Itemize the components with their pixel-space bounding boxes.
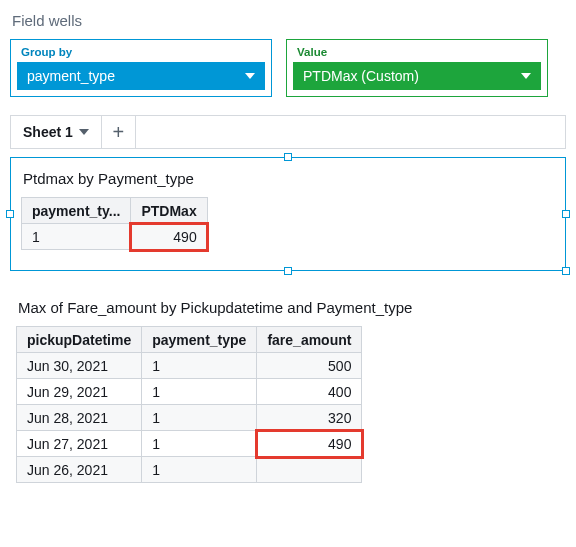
table-cell: 400 [257,379,362,405]
table-row: Jun 30, 20211500 [17,353,362,379]
resize-handle-left[interactable] [6,210,14,218]
sheet-tabs: Sheet 1 + [10,115,566,149]
table-cell: Jun 30, 2021 [17,353,142,379]
group-by-well: Group by payment_type [10,39,272,97]
plus-icon: + [112,121,124,144]
column-header: payment_type [142,327,257,353]
table-row: Jun 28, 20211320 [17,405,362,431]
value-field-value: PTDMax (Custom) [303,68,419,84]
field-wells-title: Field wells [12,12,566,29]
table-cell: Jun 29, 2021 [17,379,142,405]
table-row: 1490 [22,224,208,250]
column-header: payment_ty... [22,198,131,224]
sheet-name: Sheet 1 [23,124,73,140]
table-cell: Jun 26, 2021 [17,457,142,483]
table-cell: 1 [142,353,257,379]
add-sheet-button[interactable]: + [102,116,136,148]
value-well: Value PTDMax (Custom) [286,39,548,97]
column-header: fare_amount [257,327,362,353]
group-by-label: Group by [21,46,265,58]
visual-ptdmax[interactable]: Ptdmax by Payment_type payment_ty...PTDM… [10,157,566,271]
value-label: Value [297,46,541,58]
value-pill[interactable]: PTDMax (Custom) [293,62,541,90]
table-cell: Jun 28, 2021 [17,405,142,431]
table-cell: Jun 27, 2021 [17,431,142,457]
chevron-down-icon [79,129,89,135]
resize-handle-top[interactable] [284,153,292,161]
table-cell: 1 [142,431,257,457]
visual-title: Ptdmax by Payment_type [23,170,555,187]
table-cell: 1 [22,224,131,250]
group-by-pill[interactable]: payment_type [17,62,265,90]
table-row: Jun 29, 20211400 [17,379,362,405]
table-cell: 490 [257,431,362,457]
chevron-down-icon [521,73,531,79]
ptdmax-table: payment_ty...PTDMax 1490 [21,197,208,250]
resize-handle-right[interactable] [562,210,570,218]
column-header: PTDMax [131,198,207,224]
table-cell: 1 [142,457,257,483]
table-cell [257,457,362,483]
group-by-value: payment_type [27,68,115,84]
resize-handle-bottom[interactable] [284,267,292,275]
visual-fareamount[interactable]: Max of Fare_amount by Pickupdatetime and… [10,293,566,493]
field-wells-row: Group by payment_type Value PTDMax (Cust… [10,39,566,97]
table-cell: 1 [142,405,257,431]
resize-handle-corner[interactable] [562,267,570,275]
fareamount-table: pickupDatetimepayment_typefare_amount Ju… [16,326,362,483]
table-cell: 320 [257,405,362,431]
sheet-tab-active[interactable]: Sheet 1 [11,116,102,148]
table-cell: 490 [131,224,207,250]
chevron-down-icon [245,73,255,79]
visual-title: Max of Fare_amount by Pickupdatetime and… [18,299,560,316]
table-cell: 1 [142,379,257,405]
column-header: pickupDatetime [17,327,142,353]
table-cell: 500 [257,353,362,379]
table-row: Jun 26, 20211 [17,457,362,483]
table-row: Jun 27, 20211490 [17,431,362,457]
